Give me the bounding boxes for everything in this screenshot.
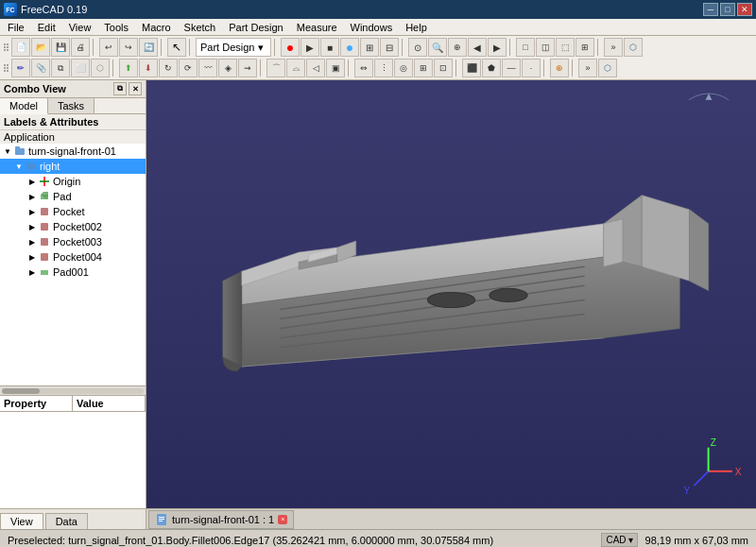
zoom-sel-button[interactable]: ⊕ [448,38,467,57]
line-btn[interactable]: — [502,59,521,77]
viewport-tab-close[interactable]: × [278,515,287,524]
menu-view[interactable]: View [63,21,97,34]
menu-part-design[interactable]: Part Design [223,21,288,34]
fillet-btn[interactable]: ⌒ [266,59,285,77]
ref-btn[interactable]: ⬡ [91,59,110,77]
mirror-btn[interactable]: ⇔ [354,59,373,77]
bool-btn[interactable]: ⊕ [550,59,569,77]
expand-pocket003[interactable]: ▶ [26,236,38,248]
save-button[interactable]: 💾 [51,38,70,57]
loft-btn[interactable]: ◈ [218,59,237,77]
tb-red-circle[interactable]: ● [281,38,300,57]
view-fwd-button[interactable]: ▶ [488,38,507,57]
tb-btn-c[interactable]: ● [340,38,359,57]
tree-item-pad[interactable]: ▶ Pad [0,189,146,204]
new-button[interactable]: 📄 [11,38,30,57]
more-r2-btn[interactable]: » [578,59,597,77]
tb-btn-a[interactable]: ▶ [301,38,319,57]
sketch-btn[interactable]: ✏ [11,59,30,77]
tab-data[interactable]: Data [45,513,88,529]
tree-item-root[interactable]: ▼ turn-signal-front-01 [0,144,146,159]
menu-tools[interactable]: Tools [98,21,134,34]
more-r2-btn2[interactable]: ⬡ [598,59,617,77]
attach-btn[interactable]: 📎 [31,59,50,77]
cube-btn[interactable]: ⬡ [624,38,643,57]
tree-item-right[interactable]: ▼ right [0,159,146,174]
menu-measure[interactable]: Measure [291,21,343,34]
tab-view[interactable]: View [0,513,43,529]
thickness-btn[interactable]: ▣ [326,59,345,77]
point-btn[interactable]: · [522,59,541,77]
view-btn-1[interactable]: □ [516,38,535,57]
body-btn[interactable]: ⬜ [71,59,90,77]
more-btn[interactable]: » [604,38,623,57]
viewport[interactable]: RIGHT [146,80,756,529]
combo-close-button[interactable]: ✕ [129,82,142,95]
expand-right[interactable]: ▼ [13,161,25,172]
tree-item-pocket[interactable]: ▶ Pocket [0,204,146,219]
close-button[interactable]: ✕ [737,3,752,16]
tab-tasks[interactable]: Tasks [48,98,94,113]
scaled-btn[interactable]: ⊡ [434,59,453,77]
section-btn[interactable]: ⬛ [462,59,481,77]
view-btn-4[interactable]: ⊞ [576,38,594,57]
tb-btn-d[interactable]: ⊞ [360,38,379,57]
subpipe-btn[interactable]: ⇝ [238,59,257,77]
menu-macro[interactable]: Macro [136,21,177,34]
tb-btn-e[interactable]: ⊟ [380,38,399,57]
title-bar-controls[interactable]: ─ □ ✕ [703,3,752,16]
tree-item-pocket002[interactable]: ▶ Pocket002 [0,219,146,234]
expand-pocket004[interactable]: ▶ [26,251,38,263]
plane-btn[interactable]: ⬟ [482,59,501,77]
tree-item-pocket003[interactable]: ▶ Pocket003 [0,234,146,249]
tree-item-origin[interactable]: ▶ Origin [0,174,146,189]
view-btn-2[interactable]: ◫ [536,38,555,57]
multi-btn[interactable]: ⊞ [414,59,433,77]
draft-btn[interactable]: ◁ [306,59,325,77]
minimize-button[interactable]: ─ [703,3,718,16]
tree-area[interactable]: ▼ turn-signal-front-01 ▼ right ▶ [0,144,146,385]
tab-model[interactable]: Model [0,98,48,114]
expand-pad001[interactable]: ▶ [26,266,38,278]
expand-origin[interactable]: ▶ [26,176,38,187]
h-scrollbar-thumb[interactable] [2,388,40,394]
expand-pad[interactable]: ▶ [26,191,38,202]
cad-badge[interactable]: CAD ▾ [601,533,637,547]
zoom-fit-button[interactable]: ⊙ [408,38,427,57]
revolution-btn[interactable]: ↻ [159,59,178,77]
maximize-button[interactable]: □ [720,3,735,16]
expand-pocket[interactable]: ▶ [26,206,38,217]
menu-edit[interactable]: Edit [32,21,61,34]
print-button[interactable]: 🖨 [71,38,90,57]
tree-item-pocket004[interactable]: ▶ Pocket004 [0,249,146,265]
addpipe-btn[interactable]: 〰 [198,59,217,77]
clone-btn[interactable]: ⧉ [51,59,70,77]
workbench-dropdown[interactable]: Part Design ▾ [196,38,271,57]
linear-btn[interactable]: ⋮ [374,59,393,77]
expand-pocket002[interactable]: ▶ [26,221,38,232]
open-button[interactable]: 📂 [31,38,50,57]
undo-button[interactable]: ↩ [99,38,118,57]
tree-item-pad001[interactable]: ▶ Pad001 [0,265,146,280]
h-scrollbar[interactable] [0,385,146,395]
pocket-btn[interactable]: ⬇ [139,59,158,77]
refresh-button[interactable]: 🔄 [139,38,158,57]
view-back-button[interactable]: ◀ [468,38,487,57]
combo-view-controls[interactable]: ⧉ ✕ [113,82,142,95]
chamfer-btn[interactable]: ⌓ [286,59,305,77]
pad-btn[interactable]: ⬆ [119,59,138,77]
menu-sketch[interactable]: Sketch [179,21,222,34]
tb-btn-b[interactable]: ■ [320,38,339,57]
expand-root[interactable]: ▼ [2,145,13,157]
menu-file[interactable]: File [2,21,30,34]
combo-float-button[interactable]: ⧉ [113,82,127,95]
redo-button[interactable]: ↪ [119,38,138,57]
groove-btn[interactable]: ⟳ [179,59,198,77]
polar-btn[interactable]: ◎ [394,59,413,77]
zoom-in-button[interactable]: 🔍 [428,38,447,57]
menu-windows[interactable]: Windows [345,21,399,34]
menu-help[interactable]: Help [400,21,433,34]
viewport-tab-1[interactable]: turn-signal-front-01 : 1 × [148,510,294,529]
cursor-button[interactable]: ↖ [167,38,186,57]
view-btn-3[interactable]: ⬚ [556,38,575,57]
